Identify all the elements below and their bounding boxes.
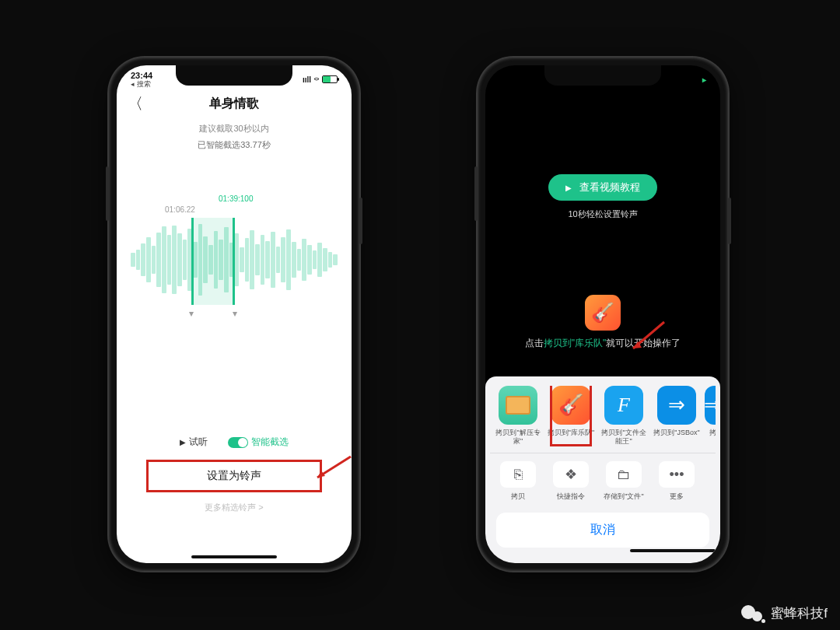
instruction-link: 拷贝到"库乐队" <box>544 338 607 348</box>
notch <box>176 65 292 86</box>
more-icon: ••• <box>659 461 695 488</box>
nav-bar: 〈 单身情歌 <box>117 89 352 118</box>
instruction-text: 点击拷贝到"库乐队"就可以开始操作了 <box>485 337 720 350</box>
copy-icon: ⎘ <box>500 461 536 488</box>
cancel-button[interactable]: 取消 <box>496 513 709 548</box>
auto-clip-info: 已智能截选33.77秒 <box>117 139 352 151</box>
set-as-ringtone-button[interactable]: 设置为铃声 <box>148 461 320 491</box>
notch <box>544 65 661 86</box>
screen-right: ▸ 查看视频教程 10秒轻松设置铃声 点击拷贝到"库乐队"就可以开始操作了 拷贝… <box>485 65 720 563</box>
screen-left: 23:44 ◂ 搜索 ııll ⌔ 〈 单身情歌 建议截取30秒以内 已智能截选… <box>117 65 352 563</box>
status-icons: ııll ⌔ <box>303 75 338 84</box>
preview-button[interactable]: 试听 <box>180 436 208 449</box>
tutorial-subtitle: 10秒轻松设置铃声 <box>485 208 720 220</box>
smart-clip-toggle[interactable]: 智能截选 <box>228 436 289 449</box>
watch-tutorial-label: 查看视频教程 <box>579 181 640 193</box>
filemaster-icon <box>604 386 643 425</box>
share-apps-row[interactable]: 拷贝到"解压专家" 拷贝到"库乐队" 拷贝到"文件全能王" 拷贝到"JSBox" <box>490 386 716 451</box>
selection-range[interactable] <box>191 218 235 305</box>
garageband-app-icon <box>585 295 621 331</box>
home-indicator[interactable] <box>191 555 277 558</box>
share-app-overflow[interactable]: 拷 <box>705 386 716 445</box>
smart-clip-label: 智能截选 <box>251 436 289 449</box>
selection-start-time: 01:06.22 <box>165 205 195 214</box>
overflow-app-icon <box>705 386 716 425</box>
set-as-ringtone-label: 设置为铃声 <box>207 469 261 481</box>
action-shortcuts[interactable]: ❖ 快捷指令 <box>546 461 596 502</box>
jsbox-icon <box>657 386 696 425</box>
back-button[interactable]: 〈 <box>128 93 143 114</box>
editor-controls: 试听 智能截选 <box>117 436 352 449</box>
share-app-jsbox[interactable]: 拷贝到"JSBox" <box>652 386 702 445</box>
sheet-divider <box>490 453 716 453</box>
share-app-filemaster[interactable]: 拷贝到"文件全能王" <box>599 386 649 445</box>
unzip-app-icon <box>499 386 537 425</box>
share-actions-row[interactable]: ⎘ 拷贝 ❖ 快捷指令 🗀 存储到"文件" ••• 更多 <box>490 461 716 508</box>
action-more[interactable]: ••• 更多 <box>652 461 702 502</box>
folder-icon: 🗀 <box>606 461 642 488</box>
selection-end-time: 01:39:100 <box>219 194 254 203</box>
waveform-editor[interactable]: 01:39:100 01:06.22 <box>117 194 352 350</box>
toggle-switch-icon <box>228 437 248 448</box>
shortcuts-icon: ❖ <box>553 461 589 488</box>
phone-mock-right: ▸ 查看视频教程 10秒轻松设置铃声 点击拷贝到"库乐队"就可以开始操作了 拷贝… <box>478 58 728 571</box>
cancel-label: 取消 <box>590 523 615 536</box>
watch-tutorial-button[interactable]: 查看视频教程 <box>548 174 657 201</box>
share-sheet: 拷贝到"解压专家" 拷贝到"库乐队" 拷贝到"文件全能王" 拷贝到"JSBox" <box>485 376 720 563</box>
share-app-garageband[interactable]: 拷贝到"库乐队" <box>546 386 596 445</box>
status-time: 23:44 <box>131 72 152 80</box>
page-title: 单身情歌 <box>209 96 259 112</box>
status-back-to-search[interactable]: ◂ 搜索 <box>131 81 152 88</box>
wechat-watermark: 蜜蜂科技f <box>741 604 828 622</box>
signal-icon: ııll <box>303 75 311 84</box>
more-ringtones-link[interactable]: 更多精选铃声 > <box>117 502 352 513</box>
battery-icon <box>322 75 338 83</box>
action-save-to-files[interactable]: 🗀 存储到"文件" <box>599 461 649 502</box>
garageband-icon <box>551 386 590 425</box>
wechat-icon <box>741 605 765 622</box>
duration-hint: 建议截取30秒以内 <box>117 123 352 135</box>
share-app-unzip[interactable]: 拷贝到"解压专家" <box>493 386 543 445</box>
wifi-icon: ⌔ <box>314 75 319 84</box>
home-indicator[interactable] <box>630 549 716 552</box>
watermark-text: 蜜蜂科技f <box>771 604 828 622</box>
phone-mock-left: 23:44 ◂ 搜索 ııll ⌔ 〈 单身情歌 建议截取30秒以内 已智能截选… <box>109 58 359 571</box>
battery-charging-icon: ▸ <box>702 75 706 84</box>
action-copy[interactable]: ⎘ 拷贝 <box>493 461 543 502</box>
